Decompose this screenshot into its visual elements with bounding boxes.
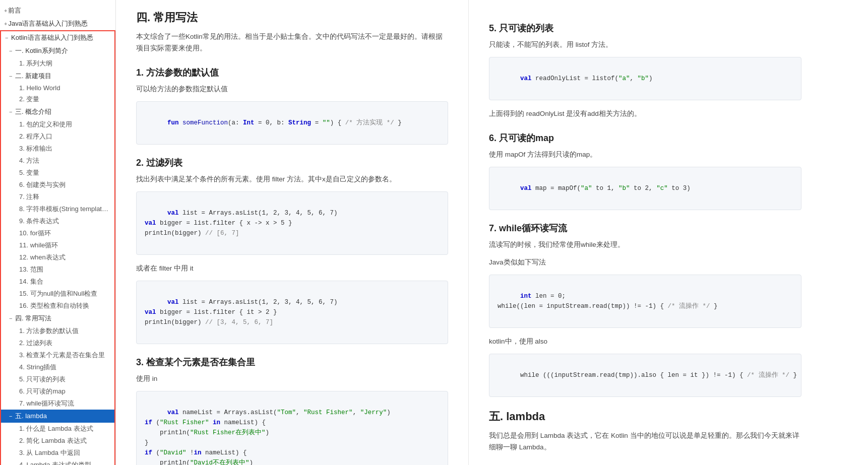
sidebar-item-java-basics[interactable]: +Java语言基础从入门到熟悉	[0, 17, 115, 30]
sidebar-item-string-interp[interactable]: 4. String插值	[1, 361, 114, 373]
section2-or-text: 或者在 filter 中用 it	[136, 263, 448, 275]
sidebar-item-variable[interactable]: 2. 变量	[1, 93, 114, 105]
section3-title: 3. 检查某个元素是否在集合里	[136, 356, 448, 368]
sidebar-item-simplify-lambda[interactable]: 2. 简化 Lambda 表达式	[1, 435, 114, 447]
kotlin-basics-section: −Kotlin语言基础从入门到熟悉 −一. Kotlin系列简介 1. 系列大纲…	[0, 30, 115, 465]
section7-kotlin-intro: kotlin中，使用 also	[489, 336, 801, 348]
sidebar-item-check-element[interactable]: 3. 检查某个元素是否在集合里	[1, 349, 114, 361]
section5-title: 5. 只可读的列表	[489, 22, 801, 34]
section7-code2: while (((inputStream.read(tmp)).also { l…	[489, 354, 801, 397]
sidebar-item-kotlin-new-proj[interactable]: −二. 新建项目	[1, 70, 114, 83]
intro-text: 本文综合了一些Kotlin常见的用法。相当于是小贴士集合。文中的代码写法不一定是…	[136, 31, 448, 54]
content-left: 四. 常用写法 本文综合了一些Kotlin常见的用法。相当于是小贴士集合。文中的…	[116, 0, 469, 465]
sidebar-item-method[interactable]: 4. 方法	[1, 155, 114, 167]
sidebar-item-variable2[interactable]: 5. 变量	[1, 167, 114, 179]
section5-code: val readOnlyList = listof("a", "b")	[489, 57, 801, 100]
sidebar-item-kotlin-lambda[interactable]: −五. lambda	[1, 410, 114, 423]
sidebar-item-readonly-list[interactable]: 5. 只可读的列表	[1, 373, 114, 385]
sidebar-item-while-loop[interactable]: 11. while循环	[1, 239, 114, 251]
sidebar-item-preface[interactable]: +前言	[0, 4, 115, 17]
sidebar-item-stdout[interactable]: 3. 标准输出	[1, 143, 114, 155]
sidebar-item-kotlin-intro[interactable]: −一. Kotlin系列简介	[1, 44, 114, 57]
content-right: 5. 只可读的列表 只能读，不能写的列表。用 listof 方法。 val re…	[469, 0, 822, 465]
sidebar-item-when[interactable]: 12. when表达式	[1, 251, 114, 263]
sidebar-item-return-lambda[interactable]: 3. 从 Lambda 中返回	[1, 447, 114, 459]
sidebar-item-package[interactable]: 1. 包的定义和使用	[1, 118, 114, 130]
section7-java-title: Java类似如下写法	[489, 257, 801, 269]
section7-desc: 流读写的时候，我们经常使用while来处理。	[489, 239, 801, 251]
sidebar-item-kotlin-concepts[interactable]: −三. 概念介绍	[1, 105, 114, 118]
sidebar-item-while-stream[interactable]: 7. while循环读写流	[1, 397, 114, 410]
section2-desc: 找出列表中满足某个条件的所有元素。使用 filter 方法。其中x是自己定义的参…	[136, 174, 448, 185]
main-title: 四. 常用写法	[136, 10, 448, 25]
sidebar-item-series-outline[interactable]: 1. 系列大纲	[1, 57, 114, 70]
section6-title: 6. 只可读的map	[489, 132, 801, 144]
section3-desc: 使用 in	[136, 373, 448, 385]
sidebar-item-typecheck[interactable]: 16. 类型检查和自动转换	[1, 300, 114, 312]
section2-code1: val list = Arrays.asList(1, 2, 3, 4, 5, …	[136, 191, 448, 255]
sidebar-item-conditional[interactable]: 9. 条件表达式	[1, 215, 114, 227]
section2-title: 2. 过滤列表	[136, 157, 448, 169]
sidebar-item-kotlin-basics[interactable]: −Kotlin语言基础从入门到熟悉	[1, 31, 114, 44]
sidebar-item-string-template[interactable]: 8. 字符串模板(String templates)	[1, 203, 114, 215]
section6-desc: 使用 mapOf 方法得到只读的map。	[489, 149, 801, 161]
section1-code: fun someFunction(a: Int = 0, b: String =…	[136, 101, 448, 145]
section5-extra: 上面得到的 readOnlyList 是没有add相关方法的。	[489, 108, 801, 120]
sidebar-item-nullable[interactable]: 15. 可为null的值和Null检查	[1, 288, 114, 300]
sidebar-item-entry[interactable]: 2. 程序入口	[1, 130, 114, 143]
sidebar-item-hello-world[interactable]: 1. Hello World	[1, 83, 114, 93]
sidebar: +前言 +Java语言基础从入门到熟悉 −Kotlin语言基础从入门到熟悉 −一…	[0, 0, 116, 465]
sidebar-item-collection[interactable]: 14. 集合	[1, 276, 114, 288]
sidebar-item-comment[interactable]: 7. 注释	[1, 191, 114, 203]
sidebar-item-class[interactable]: 6. 创建类与实例	[1, 179, 114, 191]
sidebar-item-for-loop[interactable]: 10. for循环	[1, 227, 114, 239]
section3-code: val nameList = Arrays.asList("Tom", "Rus…	[136, 391, 448, 465]
sidebar-item-readonly-map[interactable]: 6. 只可读的map	[1, 385, 114, 397]
section7-code1: int len = 0; while((len = inputStream.re…	[489, 275, 801, 328]
main-content: 四. 常用写法 本文综合了一些Kotlin常见的用法。相当于是小贴士集合。文中的…	[116, 0, 868, 465]
sidebar-item-what-is-lambda[interactable]: 1. 什么是 Lambda 表达式	[1, 423, 114, 435]
sidebar-item-filter-list[interactable]: 2. 过滤列表	[1, 337, 114, 349]
section6-code: val map = mapOf("a" to 1, "b" to 2, "c" …	[489, 167, 801, 210]
sidebar-item-default-param[interactable]: 1. 方法参数的默认值	[1, 325, 114, 337]
section2-code2: val list = Arrays.asList(1, 2, 3, 4, 5, …	[136, 281, 448, 344]
sidebar-item-range[interactable]: 13. 范围	[1, 263, 114, 276]
section1-title: 1. 方法参数的默认值	[136, 67, 448, 79]
sidebar-item-lambda-type[interactable]: 4. Lambda 表达式的类型	[1, 459, 114, 465]
lambda-title: 五. lambda	[489, 409, 801, 424]
section5-desc: 只能读，不能写的列表。用 listof 方法。	[489, 39, 801, 51]
section1-desc: 可以给方法的参数指定默认值	[136, 84, 448, 95]
section7-title: 7. while循环读写流	[489, 222, 801, 234]
lambda-desc: 我们总是会用到 Lambda 表达式，它在 Kotlin 当中的地位可以说是单足…	[489, 430, 801, 453]
sidebar-item-kotlin-common[interactable]: −四. 常用写法	[1, 312, 114, 325]
